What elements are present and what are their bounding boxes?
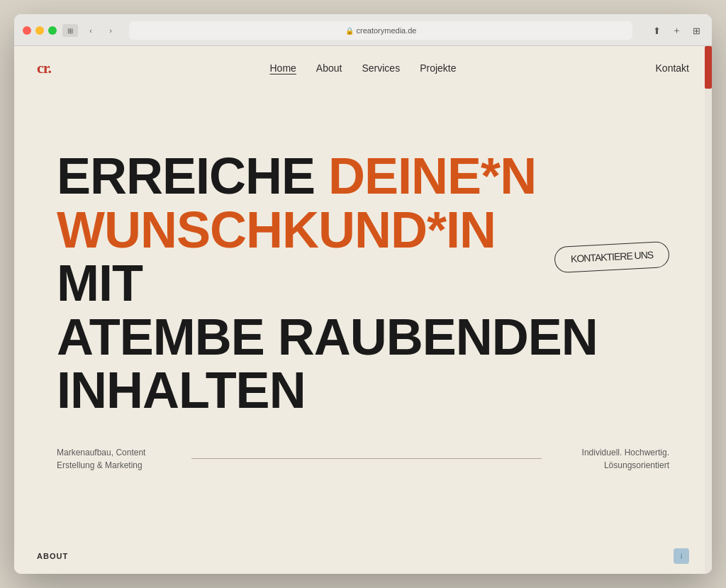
close-button[interactable] (23, 26, 31, 35)
hero-line2-orange: WUNSCHKUND*IN (57, 201, 496, 258)
website: cr. Home About Services Projekte Kontakt… (14, 46, 712, 574)
nav-home[interactable]: Home (270, 62, 296, 74)
browser-body: cr. Home About Services Projekte Kontakt… (14, 46, 712, 574)
maximize-button[interactable] (48, 26, 57, 35)
window-control[interactable]: ⊞ (62, 24, 78, 37)
hero-line-1: ERREICHE DEINE*N (57, 150, 669, 204)
nav-projekte[interactable]: Projekte (420, 62, 456, 74)
nav-services[interactable]: Services (362, 62, 400, 74)
hero-line-2: WUNSCHKUND*IN MIT Kontaktiere uns (57, 204, 669, 311)
page-bottom: ABOUT i (14, 538, 712, 574)
grid-button[interactable]: ⊞ (689, 23, 703, 38)
scrollbar-track[interactable] (705, 46, 712, 574)
back-button[interactable]: ‹ (84, 23, 98, 38)
hero-headline: ERREICHE DEINE*N WUNSCHKUND*IN MIT Konta… (57, 150, 669, 418)
footer-divider (191, 458, 542, 459)
hero-line-3: ATEMBE RAUBENDEN INHALTEN (57, 311, 669, 418)
footer-left-line1: Markenaufbau, Content (57, 448, 145, 457)
new-tab-button[interactable]: ＋ (669, 23, 683, 38)
browser-window: ⊞ ‹ › 🔒 creatorymedia.de ⬆ ＋ ⊞ cr. Home … (14, 14, 712, 574)
footer-left-text: Markenaufbau, Content Erstellung & Marke… (57, 446, 177, 472)
browser-chrome: ⊞ ‹ › 🔒 creatorymedia.de ⬆ ＋ ⊞ (14, 14, 712, 46)
footer-right-line2: Lösungsorientiert (604, 460, 669, 470)
footer-left-line2: Erstellung & Marketing (57, 460, 143, 470)
address-bar[interactable]: 🔒 creatorymedia.de (129, 21, 632, 40)
nav-links: Home About Services Projekte (270, 62, 457, 74)
url-text: creatorymedia.de (357, 26, 417, 35)
scrollbar-thumb[interactable] (705, 46, 712, 89)
about-label: ABOUT (37, 552, 68, 560)
browser-actions: ⬆ ＋ ⊞ (649, 23, 703, 38)
share-button[interactable]: ⬆ (649, 23, 664, 38)
logo[interactable]: cr. (37, 59, 51, 77)
lock-icon: 🔒 (345, 27, 354, 35)
nav-about[interactable]: About (316, 62, 342, 74)
bottom-icon: i (674, 548, 689, 564)
forward-button[interactable]: › (104, 23, 118, 38)
footer-right-text: Individuell. Hochwertig. Lösungsorientie… (556, 446, 669, 472)
hero-section: ERREICHE DEINE*N WUNSCHKUND*IN MIT Konta… (14, 90, 712, 538)
minimize-button[interactable] (35, 26, 44, 35)
contact-pill-button[interactable]: Kontaktiere uns (554, 241, 670, 273)
hero-line1-orange: DEINE*N (328, 148, 536, 204)
hero-line2-content: WUNSCHKUND*IN MIT (57, 204, 529, 311)
footer-right-line1: Individuell. Hochwertig. (582, 448, 669, 457)
navigation: cr. Home About Services Projekte Kontakt (14, 46, 712, 90)
traffic-lights (23, 26, 57, 35)
hero-line1-dark: ERREICHE (57, 148, 328, 204)
hero-line2-dark: MIT (57, 255, 143, 311)
nav-contact[interactable]: Kontakt (656, 62, 689, 74)
hero-footer: Markenaufbau, Content Erstellung & Marke… (57, 446, 669, 472)
